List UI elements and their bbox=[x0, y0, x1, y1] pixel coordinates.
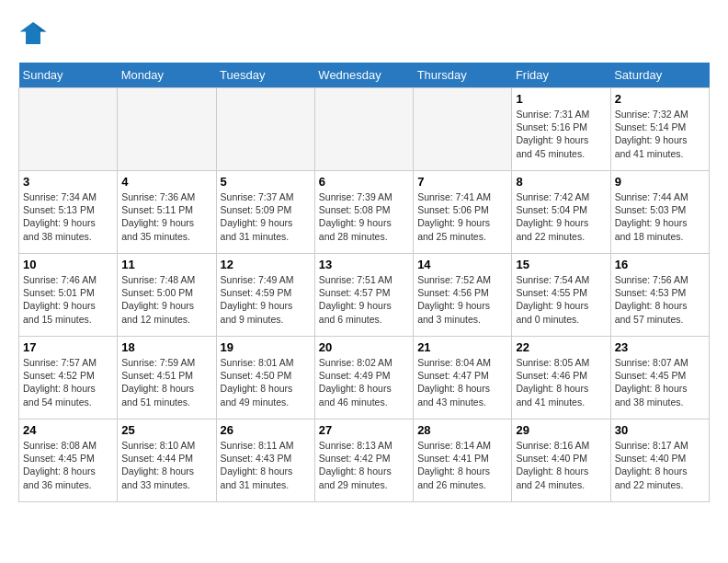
calendar-cell: 5Sunrise: 7:37 AM Sunset: 5:09 PM Daylig… bbox=[216, 171, 314, 254]
day-info: Sunrise: 8:07 AM Sunset: 4:45 PM Dayligh… bbox=[615, 356, 705, 408]
calendar-cell: 26Sunrise: 8:11 AM Sunset: 4:43 PM Dayli… bbox=[216, 419, 314, 502]
calendar-cell: 15Sunrise: 7:54 AM Sunset: 4:55 PM Dayli… bbox=[512, 254, 610, 337]
calendar-week-2: 3Sunrise: 7:34 AM Sunset: 5:13 PM Daylig… bbox=[19, 171, 710, 254]
day-info: Sunrise: 8:02 AM Sunset: 4:49 PM Dayligh… bbox=[319, 356, 409, 408]
calendar-cell: 23Sunrise: 8:07 AM Sunset: 4:45 PM Dayli… bbox=[610, 337, 709, 419]
calendar-cell: 24Sunrise: 8:08 AM Sunset: 4:45 PM Dayli… bbox=[19, 419, 118, 502]
day-info: Sunrise: 7:34 AM Sunset: 5:13 PM Dayligh… bbox=[23, 190, 113, 243]
day-number: 7 bbox=[417, 175, 507, 189]
calendar-cell: 28Sunrise: 8:14 AM Sunset: 4:41 PM Dayli… bbox=[414, 419, 512, 502]
day-info: Sunrise: 7:56 AM Sunset: 4:53 PM Dayligh… bbox=[615, 273, 705, 326]
day-info: Sunrise: 7:31 AM Sunset: 5:16 PM Dayligh… bbox=[516, 108, 606, 160]
day-header-thursday: Thursday bbox=[414, 63, 512, 88]
calendar-cell: 11Sunrise: 7:48 AM Sunset: 5:00 PM Dayli… bbox=[118, 254, 216, 337]
day-number: 26 bbox=[221, 423, 311, 437]
calendar-header-row: SundayMondayTuesdayWednesdayThursdayFrid… bbox=[19, 63, 710, 88]
day-number: 19 bbox=[221, 340, 311, 354]
day-number: 23 bbox=[615, 340, 705, 354]
page-header bbox=[18, 18, 710, 48]
day-number: 3 bbox=[23, 175, 113, 189]
day-info: Sunrise: 7:48 AM Sunset: 5:00 PM Dayligh… bbox=[121, 273, 211, 326]
day-header-sunday: Sunday bbox=[19, 63, 118, 88]
day-info: Sunrise: 7:59 AM Sunset: 4:51 PM Dayligh… bbox=[121, 356, 211, 408]
day-info: Sunrise: 8:14 AM Sunset: 4:41 PM Dayligh… bbox=[417, 439, 507, 491]
logo bbox=[18, 18, 51, 48]
calendar-week-4: 17Sunrise: 7:57 AM Sunset: 4:52 PM Dayli… bbox=[19, 337, 710, 419]
calendar: SundayMondayTuesdayWednesdayThursdayFrid… bbox=[18, 63, 710, 502]
day-info: Sunrise: 7:49 AM Sunset: 4:59 PM Dayligh… bbox=[221, 273, 311, 326]
day-info: Sunrise: 7:36 AM Sunset: 5:11 PM Dayligh… bbox=[121, 190, 211, 243]
day-info: Sunrise: 8:17 AM Sunset: 4:40 PM Dayligh… bbox=[615, 439, 705, 491]
day-info: Sunrise: 7:44 AM Sunset: 5:03 PM Dayligh… bbox=[615, 190, 705, 243]
day-number: 27 bbox=[319, 423, 409, 437]
day-number: 2 bbox=[615, 92, 705, 106]
day-info: Sunrise: 7:46 AM Sunset: 5:01 PM Dayligh… bbox=[23, 273, 113, 326]
calendar-cell: 22Sunrise: 8:05 AM Sunset: 4:46 PM Dayli… bbox=[512, 337, 610, 419]
day-info: Sunrise: 7:32 AM Sunset: 5:14 PM Dayligh… bbox=[615, 108, 705, 160]
calendar-cell: 6Sunrise: 7:39 AM Sunset: 5:08 PM Daylig… bbox=[314, 171, 413, 254]
day-number: 8 bbox=[516, 175, 606, 189]
day-info: Sunrise: 8:08 AM Sunset: 4:45 PM Dayligh… bbox=[23, 439, 113, 491]
day-number: 20 bbox=[319, 340, 409, 354]
day-info: Sunrise: 8:04 AM Sunset: 4:47 PM Dayligh… bbox=[417, 356, 507, 408]
logo-icon bbox=[18, 18, 48, 48]
day-number: 30 bbox=[615, 423, 705, 437]
day-number: 18 bbox=[121, 340, 211, 354]
day-header-monday: Monday bbox=[118, 63, 216, 88]
svg-marker-0 bbox=[20, 22, 47, 44]
calendar-cell: 25Sunrise: 8:10 AM Sunset: 4:44 PM Dayli… bbox=[118, 419, 216, 502]
calendar-cell: 18Sunrise: 7:59 AM Sunset: 4:51 PM Dayli… bbox=[118, 337, 216, 419]
day-number: 15 bbox=[516, 258, 606, 271]
calendar-cell bbox=[19, 88, 118, 171]
day-info: Sunrise: 7:42 AM Sunset: 5:04 PM Dayligh… bbox=[516, 190, 606, 243]
day-number: 9 bbox=[615, 175, 705, 189]
day-number: 29 bbox=[516, 423, 606, 437]
day-info: Sunrise: 7:37 AM Sunset: 5:09 PM Dayligh… bbox=[221, 190, 311, 243]
calendar-week-1: 1Sunrise: 7:31 AM Sunset: 5:16 PM Daylig… bbox=[19, 88, 710, 171]
day-number: 6 bbox=[319, 175, 409, 189]
calendar-cell: 21Sunrise: 8:04 AM Sunset: 4:47 PM Dayli… bbox=[414, 337, 512, 419]
day-info: Sunrise: 7:57 AM Sunset: 4:52 PM Dayligh… bbox=[23, 356, 113, 408]
day-number: 16 bbox=[615, 258, 705, 271]
day-number: 10 bbox=[23, 258, 113, 271]
calendar-cell: 7Sunrise: 7:41 AM Sunset: 5:06 PM Daylig… bbox=[414, 171, 512, 254]
calendar-cell: 4Sunrise: 7:36 AM Sunset: 5:11 PM Daylig… bbox=[118, 171, 216, 254]
calendar-week-3: 10Sunrise: 7:46 AM Sunset: 5:01 PM Dayli… bbox=[19, 254, 710, 337]
day-header-tuesday: Tuesday bbox=[216, 63, 314, 88]
calendar-cell: 9Sunrise: 7:44 AM Sunset: 5:03 PM Daylig… bbox=[610, 171, 709, 254]
calendar-cell bbox=[118, 88, 216, 171]
calendar-cell: 17Sunrise: 7:57 AM Sunset: 4:52 PM Dayli… bbox=[19, 337, 118, 419]
calendar-cell: 3Sunrise: 7:34 AM Sunset: 5:13 PM Daylig… bbox=[19, 171, 118, 254]
day-info: Sunrise: 8:16 AM Sunset: 4:40 PM Dayligh… bbox=[516, 439, 606, 491]
calendar-cell: 1Sunrise: 7:31 AM Sunset: 5:16 PM Daylig… bbox=[512, 88, 610, 171]
calendar-cell: 8Sunrise: 7:42 AM Sunset: 5:04 PM Daylig… bbox=[512, 171, 610, 254]
calendar-cell: 13Sunrise: 7:51 AM Sunset: 4:57 PM Dayli… bbox=[314, 254, 413, 337]
day-header-friday: Friday bbox=[512, 63, 610, 88]
calendar-cell: 10Sunrise: 7:46 AM Sunset: 5:01 PM Dayli… bbox=[19, 254, 118, 337]
day-header-wednesday: Wednesday bbox=[314, 63, 413, 88]
day-info: Sunrise: 8:05 AM Sunset: 4:46 PM Dayligh… bbox=[516, 356, 606, 408]
calendar-cell: 12Sunrise: 7:49 AM Sunset: 4:59 PM Dayli… bbox=[216, 254, 314, 337]
day-number: 24 bbox=[23, 423, 113, 437]
calendar-cell: 16Sunrise: 7:56 AM Sunset: 4:53 PM Dayli… bbox=[610, 254, 709, 337]
calendar-cell: 2Sunrise: 7:32 AM Sunset: 5:14 PM Daylig… bbox=[610, 88, 709, 171]
day-info: Sunrise: 8:10 AM Sunset: 4:44 PM Dayligh… bbox=[121, 439, 211, 491]
day-info: Sunrise: 7:52 AM Sunset: 4:56 PM Dayligh… bbox=[417, 273, 507, 326]
calendar-cell: 27Sunrise: 8:13 AM Sunset: 4:42 PM Dayli… bbox=[314, 419, 413, 502]
day-number: 17 bbox=[23, 340, 113, 354]
calendar-cell: 30Sunrise: 8:17 AM Sunset: 4:40 PM Dayli… bbox=[610, 419, 709, 502]
calendar-cell: 14Sunrise: 7:52 AM Sunset: 4:56 PM Dayli… bbox=[414, 254, 512, 337]
calendar-cell: 29Sunrise: 8:16 AM Sunset: 4:40 PM Dayli… bbox=[512, 419, 610, 502]
day-info: Sunrise: 7:39 AM Sunset: 5:08 PM Dayligh… bbox=[319, 190, 409, 243]
day-info: Sunrise: 7:41 AM Sunset: 5:06 PM Dayligh… bbox=[417, 190, 507, 243]
calendar-cell bbox=[216, 88, 314, 171]
day-number: 25 bbox=[121, 423, 211, 437]
calendar-cell bbox=[414, 88, 512, 171]
day-number: 11 bbox=[121, 258, 211, 271]
day-info: Sunrise: 7:51 AM Sunset: 4:57 PM Dayligh… bbox=[319, 273, 409, 326]
day-number: 5 bbox=[221, 175, 311, 189]
day-info: Sunrise: 8:11 AM Sunset: 4:43 PM Dayligh… bbox=[221, 439, 311, 491]
day-number: 14 bbox=[417, 258, 507, 271]
calendar-cell bbox=[314, 88, 413, 171]
day-number: 28 bbox=[417, 423, 507, 437]
